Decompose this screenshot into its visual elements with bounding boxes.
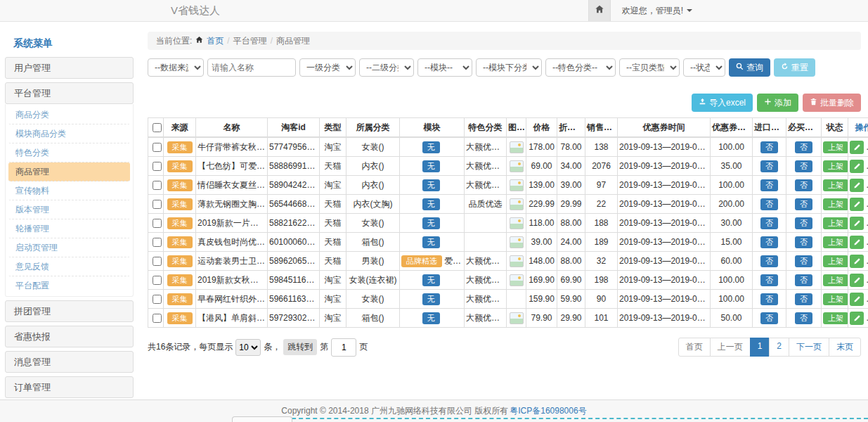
status-badge[interactable]: 上架 xyxy=(823,179,848,191)
status-badge[interactable]: 上架 xyxy=(823,160,848,172)
page-button-下一页[interactable]: 下一页 xyxy=(789,338,829,357)
status-badge[interactable]: 上架 xyxy=(823,236,848,248)
sidebar-group[interactable]: 用户管理 xyxy=(5,57,134,79)
import-choice-badge[interactable]: 否 xyxy=(760,312,778,324)
must-buy-badge[interactable]: 否 xyxy=(795,141,812,153)
status-badge[interactable]: 上架 xyxy=(823,255,848,267)
must-buy-badge[interactable]: 否 xyxy=(795,160,812,172)
import-choice-badge[interactable]: 否 xyxy=(760,293,778,305)
import-choice-badge[interactable]: 否 xyxy=(760,198,778,210)
edit-button[interactable] xyxy=(850,236,864,249)
sidebar-group[interactable]: 平台管理 xyxy=(5,82,134,104)
sidebar-item[interactable]: 商品管理 xyxy=(8,162,130,181)
status-badge[interactable]: 上架 xyxy=(823,141,848,153)
product-name: 【七色纺】可爱纯棉家... xyxy=(196,157,268,176)
sidebar-item[interactable]: 启动页管理 xyxy=(8,238,130,257)
reset-button[interactable]: 重置 xyxy=(774,58,815,77)
user-menu[interactable]: 欢迎您，管理员! xyxy=(622,5,692,17)
edit-button[interactable] xyxy=(850,312,864,325)
sidebar-group[interactable]: 消息管理 xyxy=(5,351,134,373)
row-checkbox[interactable] xyxy=(153,143,162,152)
import-choice-badge[interactable]: 否 xyxy=(760,179,778,191)
level1-category-filter[interactable]: 一级分类 xyxy=(299,58,356,77)
edit-button[interactable] xyxy=(850,179,864,192)
import-choice-badge[interactable]: 否 xyxy=(760,255,778,267)
sidebar-group[interactable]: 订单管理 xyxy=(5,376,134,398)
sidebar-group[interactable]: 拼团管理 xyxy=(5,300,134,322)
product-type: 淘宝 xyxy=(320,271,346,290)
breadcrumb-home-link[interactable]: 首页 xyxy=(207,35,224,47)
import-choice-badge[interactable]: 否 xyxy=(760,160,778,172)
status-badge[interactable]: 上架 xyxy=(823,293,848,305)
ops-cell xyxy=(848,195,868,214)
icp-link[interactable]: 粤ICP备16098006号 xyxy=(510,405,586,417)
edit-button[interactable] xyxy=(850,255,864,268)
select-all-checkbox[interactable] xyxy=(153,123,162,132)
row-checkbox[interactable] xyxy=(153,314,162,323)
edit-button[interactable] xyxy=(850,141,864,154)
must-buy-badge[interactable]: 否 xyxy=(795,274,812,286)
edit-button[interactable] xyxy=(850,198,864,211)
must-buy-badge[interactable]: 否 xyxy=(795,236,812,248)
per-page-select[interactable]: 10 xyxy=(235,339,261,356)
source-filter[interactable]: --数据来源-- xyxy=(148,58,204,77)
must-buy-badge[interactable]: 否 xyxy=(795,312,812,324)
module-filter[interactable]: --模块-- xyxy=(417,58,472,77)
item-type-filter[interactable]: --宝贝类型-- xyxy=(619,58,680,77)
import-choice-badge[interactable]: 否 xyxy=(760,274,778,286)
home-button[interactable] xyxy=(588,0,611,21)
module-sub-filter[interactable]: --模块下分类-- xyxy=(476,58,542,77)
sidebar-item[interactable]: 平台配置 xyxy=(8,276,130,295)
sidebar-item[interactable]: 商品分类 xyxy=(8,106,130,124)
product-thumbnail-icon xyxy=(510,312,524,324)
row-checkbox[interactable] xyxy=(153,238,162,247)
jump-button[interactable]: 跳转到 xyxy=(283,339,317,355)
status-badge[interactable]: 上架 xyxy=(823,274,848,286)
sidebar-item[interactable]: 宣传物料 xyxy=(8,181,130,200)
row-checkbox[interactable] xyxy=(153,295,162,304)
level2-category-filter[interactable]: --二级分类-- xyxy=(359,58,414,77)
page-button-1[interactable]: 1 xyxy=(750,338,770,357)
sidebar-item[interactable]: 轮播管理 xyxy=(8,219,130,238)
feature-filter[interactable]: --特色分类-- xyxy=(545,58,616,77)
page-button-末页[interactable]: 末页 xyxy=(829,338,861,357)
page-button-首页[interactable]: 首页 xyxy=(678,338,711,357)
must-buy-badge[interactable]: 否 xyxy=(795,198,812,210)
row-checkbox[interactable] xyxy=(153,181,162,190)
sidebar-item[interactable]: 模块商品分类 xyxy=(8,124,130,143)
search-button[interactable]: 查询 xyxy=(729,58,770,77)
import-excel-button[interactable]: 导入excel xyxy=(692,94,753,112)
batch-delete-button[interactable]: 批量删除 xyxy=(803,94,861,112)
edit-button[interactable] xyxy=(850,274,864,287)
import-choice-badge[interactable]: 否 xyxy=(760,236,778,248)
status-badge[interactable]: 上架 xyxy=(823,198,848,210)
status-badge[interactable]: 上架 xyxy=(823,312,848,324)
coupon-time: 2019-09-13—2019-09-18 xyxy=(618,309,711,328)
edit-button[interactable] xyxy=(850,217,864,230)
add-button[interactable]: 添加 xyxy=(757,94,798,112)
sidebar-item[interactable]: 意见反馈 xyxy=(8,257,130,276)
icon-cell xyxy=(507,233,526,252)
page-button-上一页[interactable]: 上一页 xyxy=(710,338,751,357)
must-buy-badge[interactable]: 否 xyxy=(795,179,812,191)
must-buy-badge[interactable]: 否 xyxy=(795,217,812,229)
status-badge[interactable]: 上架 xyxy=(823,217,848,229)
must-buy-badge[interactable]: 否 xyxy=(795,293,812,305)
import-choice-badge[interactable]: 否 xyxy=(760,217,778,229)
sidebar-item[interactable]: 特色分类 xyxy=(8,143,130,162)
edit-button[interactable] xyxy=(850,160,864,173)
import-choice-badge[interactable]: 否 xyxy=(760,141,778,153)
name-search-input[interactable] xyxy=(207,58,296,77)
sidebar-group[interactable]: 省惠快报 xyxy=(5,326,134,347)
must-buy-badge[interactable]: 否 xyxy=(795,255,812,267)
jump-page-input[interactable] xyxy=(331,338,356,357)
row-checkbox[interactable] xyxy=(153,257,162,266)
row-checkbox[interactable] xyxy=(153,200,162,209)
status-filter[interactable]: --状态-- xyxy=(683,58,725,77)
row-checkbox[interactable] xyxy=(153,276,162,285)
sidebar-item[interactable]: 版本管理 xyxy=(8,200,130,219)
page-button-2[interactable]: 2 xyxy=(769,338,789,357)
row-checkbox[interactable] xyxy=(153,219,162,228)
row-checkbox[interactable] xyxy=(153,162,162,171)
edit-button[interactable] xyxy=(850,293,864,306)
